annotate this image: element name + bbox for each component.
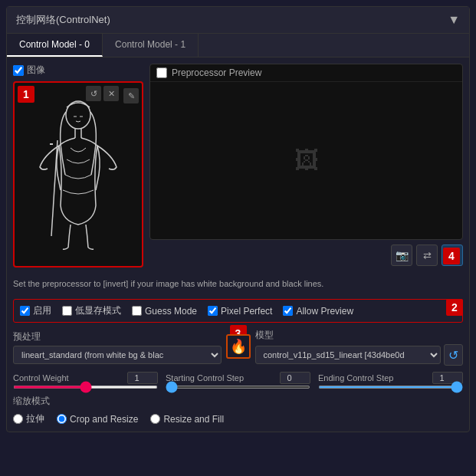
refresh-models-btn[interactable]: ↺ xyxy=(444,344,463,366)
guessmode-label: Guess Mode xyxy=(145,306,197,317)
camera-btn[interactable]: 📷 xyxy=(391,245,412,266)
badge-1: 1 xyxy=(18,86,34,103)
scale-fill-radio[interactable] xyxy=(150,414,160,424)
scale-stretch-label: 拉伸 xyxy=(26,412,44,425)
preprocessor-group: 预处理 lineart_standard (from white bg & bl… xyxy=(13,330,222,364)
starting-step-group: Starting Control Step xyxy=(166,372,310,389)
lowvram-label: 低显存模式 xyxy=(75,304,121,317)
svg-line-3 xyxy=(51,140,57,236)
model-group: 模型 control_v11p_sd15_lineart [43d4be0d ↺ xyxy=(255,329,464,366)
ending-step-slider[interactable] xyxy=(318,386,463,389)
preview-placeholder-icon: 🖼 xyxy=(294,146,319,175)
preview-content: 🖼 xyxy=(150,82,462,239)
preview-header: Preprocessor Preview xyxy=(150,64,462,82)
scale-crop-radio[interactable] xyxy=(57,414,67,424)
pixelperfect-checkbox-item[interactable]: Pixel Perfect xyxy=(208,306,272,317)
pixelperfect-checkbox[interactable] xyxy=(208,306,218,316)
swap-icon: ⇄ xyxy=(423,250,432,261)
allowpreview-checkbox-item[interactable]: Allow Preview xyxy=(283,306,353,317)
ending-step-group: Ending Control Step xyxy=(318,372,463,389)
image-row: 图像 1 ↺ ✕ ✎ xyxy=(13,64,463,268)
tab-control-model-1[interactable]: Control Model - 1 xyxy=(103,34,199,57)
scale-mode-options: 拉伸 Crop and Resize Resize and Fill xyxy=(13,412,463,425)
model-label: 模型 xyxy=(255,329,464,342)
badge-4: 4 xyxy=(443,248,460,264)
enable-checkbox[interactable] xyxy=(20,306,30,316)
model-select[interactable]: control_v11p_sd15_lineart [43d4be0d xyxy=(255,346,441,364)
scale-crop-option[interactable]: Crop and Resize xyxy=(57,414,138,425)
preview-checkbox[interactable] xyxy=(156,67,167,78)
lowvram-checkbox-item[interactable]: 低显存模式 xyxy=(62,304,121,317)
tab-bar: Control Model - 0 Control Model - 1 xyxy=(7,34,469,57)
scale-stretch-option[interactable]: 拉伸 xyxy=(13,412,44,425)
panel-header: 控制网络(ControlNet) ▼ xyxy=(7,7,469,34)
preview-label: Preprocessor Preview xyxy=(172,67,261,78)
preprocessor-label: 预处理 xyxy=(13,330,222,343)
guessmode-checkbox[interactable] xyxy=(132,306,142,316)
preprocessor-preview-box: Preprocessor Preview 🖼 xyxy=(149,64,463,240)
enable-label: 启用 xyxy=(33,304,51,317)
allowpreview-checkbox[interactable] xyxy=(283,306,293,316)
panel-title: 控制网络(ControlNet) xyxy=(16,13,110,27)
sliders-row: Control Weight Starting Control Step End… xyxy=(13,372,463,389)
scale-stretch-radio[interactable] xyxy=(13,414,23,424)
scale-mode-section: 缩放模式 拉伸 Crop and Resize Resize and Fill xyxy=(13,395,463,425)
badge-2: 2 xyxy=(446,299,463,316)
swap-btn[interactable]: ⇄ xyxy=(416,245,438,266)
control-weight-slider[interactable] xyxy=(13,386,158,389)
main-content: 图像 1 ↺ ✕ ✎ xyxy=(7,57,469,432)
scale-mode-title: 缩放模式 xyxy=(13,395,463,408)
image-upload-box[interactable]: 1 ↺ ✕ ✎ xyxy=(13,81,143,268)
image-checkbox[interactable] xyxy=(13,65,24,76)
refresh-icon: ↺ xyxy=(448,348,458,363)
preprocessor-model-row: 预处理 lineart_standard (from white bg & bl… xyxy=(13,329,463,366)
scale-fill-label: Resize and Fill xyxy=(163,414,224,425)
guessmode-checkbox-item[interactable]: Guess Mode xyxy=(132,306,197,317)
camera-icon: 📷 xyxy=(396,249,409,261)
starting-step-slider[interactable] xyxy=(166,386,310,389)
run-preprocessor-btn[interactable]: 🔥 xyxy=(226,334,251,359)
controls-row: 2 启用 低显存模式 Guess Mode Pixel Perfect Allo… xyxy=(13,299,463,323)
control-weight-group: Control Weight xyxy=(13,372,158,389)
lowvram-checkbox[interactable] xyxy=(62,306,72,316)
preprocessor-select[interactable]: lineart_standard (from white bg & blac xyxy=(13,346,222,364)
anime-figure xyxy=(28,98,128,251)
edit-image-btn[interactable]: ✎ xyxy=(123,88,139,103)
controlnet-panel: 控制网络(ControlNet) ▼ Control Model - 0 Con… xyxy=(6,6,470,432)
close-image-btn[interactable]: ✕ xyxy=(103,86,119,101)
image-tools: ↺ ✕ ✎ xyxy=(86,86,139,103)
enable-checkbox-item[interactable]: 启用 xyxy=(20,304,51,317)
tab-control-model-0[interactable]: Control Model - 0 xyxy=(7,34,103,57)
scale-fill-option[interactable]: Resize and Fill xyxy=(150,414,224,425)
allowpreview-label: Allow Preview xyxy=(296,306,353,317)
pixelperfect-label: Pixel Perfect xyxy=(221,306,272,317)
image-label: 图像 xyxy=(27,64,45,77)
chevron-down-icon[interactable]: ▼ xyxy=(448,13,460,27)
scale-crop-label: Crop and Resize xyxy=(70,414,138,425)
refresh-image-btn[interactable]: ↺ xyxy=(86,86,101,101)
info-text: Set the preprocessor to [invert] if your… xyxy=(13,274,463,294)
fire-icon: 🔥 xyxy=(230,338,247,355)
